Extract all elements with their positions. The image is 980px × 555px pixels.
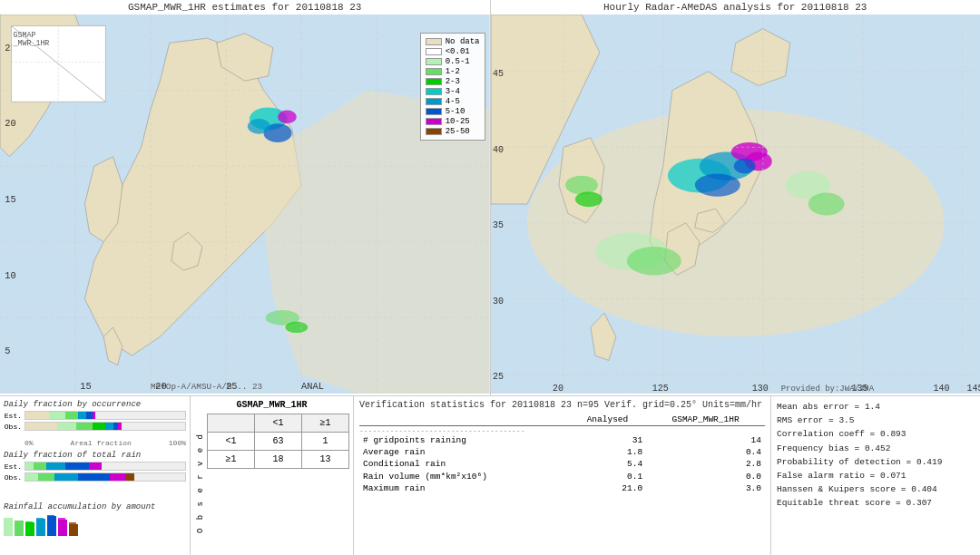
cont-col-ge1: ≥1 xyxy=(302,414,349,433)
mean-abs-error: Mean abs error = 1.4 xyxy=(777,400,975,414)
svg-point-56 xyxy=(626,247,681,275)
est-bar-track xyxy=(24,411,186,420)
legend-color-5-10 xyxy=(426,108,442,115)
amount-chart-section: Rainfall accumulation by amount xyxy=(4,502,186,551)
cont-cell-21: 18 xyxy=(255,451,302,469)
svg-point-13 xyxy=(285,322,308,334)
verif-analysed-4: 21.0 xyxy=(569,482,646,494)
legend-color-25-50 xyxy=(426,128,442,135)
legend-label-5-10: 5-10 xyxy=(446,107,466,116)
verif-table: Analysed GSMAP_MWR_1HR -----------------… xyxy=(359,414,765,494)
verif-label-1: Average rain xyxy=(359,446,569,458)
legend-color-nodata xyxy=(426,38,442,45)
verification-section: Verification statistics for 20110818 23 … xyxy=(354,396,771,555)
contingency-table-wrapper: O b s e r v e d <1 ≥1 xyxy=(194,414,349,551)
rain-chart-section: Daily fraction of total rain Est. xyxy=(4,451,186,500)
right-map-content: 45 40 35 30 25 20 125 130 135 140 145 Pr… xyxy=(491,15,981,394)
est-bar-fill xyxy=(25,412,185,419)
svg-text:35: 35 xyxy=(492,219,503,230)
verif-analysed-0: 31 xyxy=(569,434,646,446)
rain-obs-track xyxy=(24,472,186,482)
legend-label-nodata: No data xyxy=(446,37,480,46)
contingency-title: GSMAP_MWR_1HR xyxy=(194,400,349,410)
verif-gsmap-1: 0.4 xyxy=(646,446,765,458)
cont-row-ge1-label: ≥1 xyxy=(208,451,255,469)
verif-gsmap-2: 2.8 xyxy=(646,458,765,470)
verif-gsmap-0: 14 xyxy=(646,434,765,446)
svg-text:Provided by:JWA/JMA: Provided by:JWA/JMA xyxy=(780,384,874,394)
legend-color-lt001 xyxy=(426,48,442,55)
svg-text:_MWR_1HR: _MWR_1HR xyxy=(13,39,50,48)
svg-point-10 xyxy=(248,119,270,134)
scores-section: Mean abs error = 1.4 RMS error = 3.5 Cor… xyxy=(771,396,980,555)
obs-bar-fill xyxy=(25,423,185,430)
svg-text:40: 40 xyxy=(492,143,503,154)
occurrence-bar-chart: Est. Obs xyxy=(4,411,186,438)
cont-col-lt1: <1 xyxy=(255,414,302,433)
est-label: Est. xyxy=(4,412,22,420)
axis-0pct: 0% xyxy=(24,439,34,447)
legend-item-1-2: 1-2 xyxy=(426,67,480,76)
legend-item-10-25: 10-25 xyxy=(426,117,480,126)
verif-row-3: Rain volume (mm*km²x10⁶) 0.1 0.0 xyxy=(359,470,765,482)
prob-detection: Probability of detection = 0.419 xyxy=(777,455,975,469)
legend-item-lt001: <0.01 xyxy=(426,47,480,56)
legend-label-1-2: 1-2 xyxy=(446,67,460,76)
legend-color-3-4 xyxy=(426,88,442,95)
right-map-title: Hourly Radar-AMeDAS analysis for 2011081… xyxy=(491,0,981,15)
verif-gsmap-4: 3.0 xyxy=(646,482,765,494)
rain-obs-label: Obs. xyxy=(4,473,22,482)
rain-est-fill xyxy=(25,462,185,470)
verif-label-4: Maximum rain xyxy=(359,482,569,494)
legend-container: No data <0.01 0.5-1 1-2 xyxy=(420,33,485,141)
right-map-svg: 45 40 35 30 25 20 125 130 135 140 145 Pr… xyxy=(491,15,981,394)
rain-est-label: Est. xyxy=(4,462,22,471)
cont-row-lt1-label: <1 xyxy=(208,433,255,451)
contingency-section: GSMAP_MWR_1HR O b s e r v e d <1 ≥1 xyxy=(191,396,354,555)
svg-text:45: 45 xyxy=(492,68,503,79)
legend-item-3-4: 3-4 xyxy=(426,87,480,96)
cont-row-lt1: <1 63 1 xyxy=(208,433,349,451)
verif-label-2: Conditional rain xyxy=(359,458,569,470)
svg-text:145: 145 xyxy=(966,383,980,394)
verif-analysed-1: 1.8 xyxy=(569,446,646,458)
svg-point-49 xyxy=(694,174,740,197)
right-map-panel: Hourly Radar-AMeDAS analysis for 2011081… xyxy=(491,0,981,395)
svg-text:140: 140 xyxy=(933,383,949,394)
svg-rect-91 xyxy=(36,518,44,536)
freq-bias: Frequency bias = 0.452 xyxy=(777,442,975,455)
svg-point-54 xyxy=(574,191,602,207)
rms-error: RMS error = 3.5 xyxy=(777,414,975,427)
legend-item-2-3: 2-3 xyxy=(426,77,480,86)
occurrence-chart-title: Daily fraction by occurrence xyxy=(4,400,186,409)
rain-obs-fill xyxy=(25,473,185,481)
verif-th-empty xyxy=(359,414,569,426)
verif-divider-row: -------------------------------------- xyxy=(359,426,765,435)
left-map-content: 25 20 15 10 5 15 20 25 ANAL GSMAP _MWR_1… xyxy=(0,15,490,394)
svg-text:130: 130 xyxy=(751,383,768,394)
verif-th-analysed: Analysed xyxy=(569,414,646,426)
verif-gsmap-3: 0.0 xyxy=(646,470,765,482)
legend-color-2-3 xyxy=(426,78,442,85)
verif-row-0: # gridpoints raining 31 14 xyxy=(359,434,765,446)
rain-est-track xyxy=(24,462,186,471)
cont-cell-11: 63 xyxy=(255,433,302,451)
legend-item-05-1: 0.5-1 xyxy=(426,57,480,66)
corr-coeff: Correlation coeff = 0.893 xyxy=(777,427,975,441)
obs-label: Obs. xyxy=(4,423,22,431)
verif-row-1: Average rain 1.8 0.4 xyxy=(359,446,765,458)
verif-header-row: Analysed GSMAP_MWR_1HR xyxy=(359,414,765,426)
contingency-table: <1 ≥1 <1 63 1 ≥1 1 xyxy=(207,414,349,551)
left-map-bottom-label: MetOp-A/AMSU-A/M... 23 xyxy=(151,382,263,392)
cont-cell-12: 1 xyxy=(302,433,349,451)
bottom-row: Daily fraction by occurrence Est. xyxy=(0,396,980,555)
observed-label: O b s e r v e d xyxy=(194,414,207,551)
svg-text:15: 15 xyxy=(80,381,91,392)
svg-rect-90 xyxy=(25,521,33,536)
verif-analysed-3: 0.1 xyxy=(569,470,646,482)
svg-text:5: 5 xyxy=(5,346,10,356)
svg-rect-88 xyxy=(4,527,11,536)
svg-text:125: 125 xyxy=(652,383,668,394)
svg-point-11 xyxy=(278,111,297,124)
svg-rect-93 xyxy=(58,518,65,536)
